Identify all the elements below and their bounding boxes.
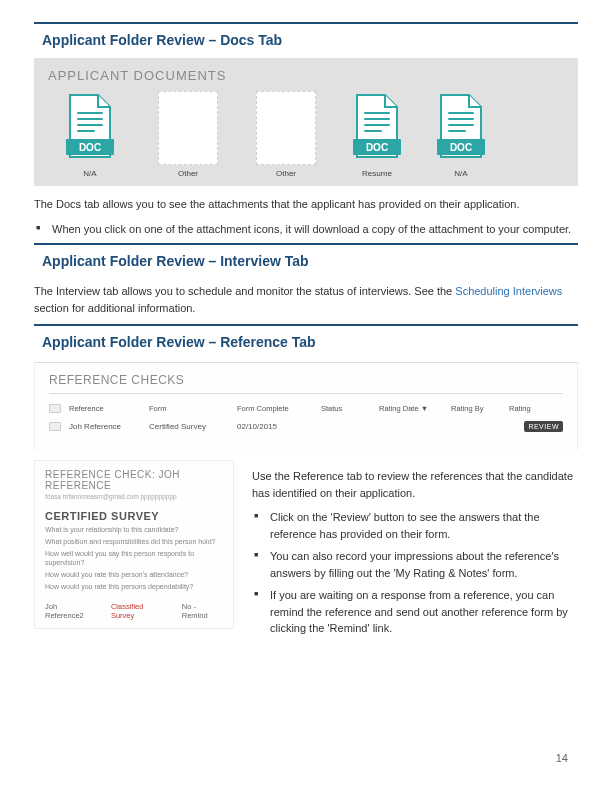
- docs-intro: The Docs tab allows you to see the attac…: [34, 196, 578, 213]
- ref-bullet: Click on the 'Review' button to see the …: [270, 509, 578, 542]
- table-row: Joh Reference Certified Survey 02/10/201…: [49, 417, 563, 436]
- cert-question: How would you rate this person's attenda…: [45, 570, 223, 579]
- interview-text: The Interview tab allows you to schedule…: [34, 283, 578, 316]
- section-title-docs: Applicant Folder Review – Docs Tab: [34, 30, 578, 54]
- section-divider: [34, 243, 578, 245]
- cert-title: REFERENCE CHECK: JOH REFERENCE: [45, 469, 223, 491]
- cert-question: What position and responsibilities did t…: [45, 537, 223, 546]
- section-title-reference: Applicant Folder Review – Reference Tab: [34, 332, 578, 356]
- scheduling-link[interactable]: Scheduling Interviews: [455, 285, 562, 297]
- reference-table-screenshot: REFERENCE CHECKS Reference Form Form Com…: [34, 362, 578, 450]
- blank-doc-icon: [158, 91, 218, 165]
- review-button[interactable]: REVIEW: [524, 421, 563, 432]
- ref-intro: Use the Reference tab to review the refe…: [252, 468, 578, 501]
- cert-foot-link[interactable]: Classified Survey: [111, 602, 168, 620]
- docs-screenshot: APPLICANT DOCUMENTS DOC N/A Other: [34, 58, 578, 186]
- doc-icon: DOC: [431, 91, 491, 165]
- doc-thumb[interactable]: DOC N/A: [426, 91, 496, 178]
- table-header-row: Reference Form Form Complete Status Rati…: [49, 400, 563, 417]
- section-divider: [34, 324, 578, 326]
- doc-label: N/A: [83, 169, 96, 178]
- bullet-icon: ■: [252, 548, 270, 581]
- ref-bullet: You can also record your impressions abo…: [270, 548, 578, 581]
- ref-header: REFERENCE CHECKS: [49, 373, 563, 394]
- bullet-icon: ■: [252, 509, 270, 542]
- certified-survey-screenshot: REFERENCE CHECK: JOH REFERENCE fdasa nrf…: [34, 460, 234, 629]
- cert-question: What is your relationship to this candid…: [45, 525, 223, 534]
- cert-foot: Joh Reference2: [45, 602, 97, 620]
- cert-heading: CERTIFIED SURVEY: [45, 510, 223, 522]
- docs-bullet: When you click on one of the attachment …: [52, 221, 578, 238]
- section-title-interview: Applicant Folder Review – Interview Tab: [34, 251, 578, 275]
- doc-icon: DOC: [60, 91, 120, 165]
- checkbox-icon[interactable]: [49, 422, 61, 431]
- doc-thumb[interactable]: DOC Resume: [342, 91, 412, 178]
- doc-label: Other: [276, 169, 296, 178]
- doc-label: Resume: [362, 169, 392, 178]
- doc-label: Other: [178, 169, 198, 178]
- cert-sub: fdasa nrfannmeasm@gmail.com pppppppppp: [45, 493, 223, 500]
- cert-foot: No - Remind: [182, 602, 223, 620]
- doc-thumb[interactable]: Other: [244, 91, 328, 178]
- doc-thumb[interactable]: DOC N/A: [48, 91, 132, 178]
- doc-icon: DOC: [347, 91, 407, 165]
- svg-text:DOC: DOC: [450, 142, 472, 153]
- doc-thumb[interactable]: Other: [146, 91, 230, 178]
- bullet-icon: ■: [34, 221, 52, 238]
- blank-doc-icon: [256, 91, 316, 165]
- docs-header: APPLICANT DOCUMENTS: [48, 68, 564, 83]
- doc-label: N/A: [454, 169, 467, 178]
- svg-text:DOC: DOC: [79, 142, 101, 153]
- section-divider: [34, 22, 578, 24]
- ref-bullet: If you are waiting on a response from a …: [270, 587, 578, 637]
- svg-text:DOC: DOC: [366, 142, 388, 153]
- cert-question: How would you rate this persons dependab…: [45, 582, 223, 591]
- page-number: 14: [556, 752, 568, 764]
- cert-question: How well would you say this person respo…: [45, 549, 223, 567]
- bullet-icon: ■: [252, 587, 270, 637]
- checkbox-icon[interactable]: [49, 404, 61, 413]
